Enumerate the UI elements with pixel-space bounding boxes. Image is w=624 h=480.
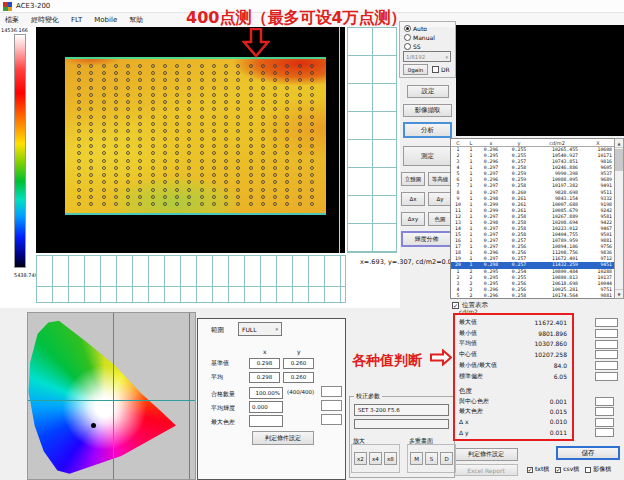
capture-radio-ss[interactable]: SS [404, 42, 452, 51]
tool-button-x[interactable]: Δx [401, 192, 425, 206]
table-header: CLxycd/m2X [451, 139, 623, 147]
table-row[interactable]: 520.2960.25810174.5649881 [451, 293, 623, 297]
tool-button-[interactable]: 色圖 [428, 212, 452, 226]
measure-point [273, 64, 277, 68]
zoom-button-x2[interactable]: x2 [354, 452, 367, 465]
max-colordiff-label: 最大色差 [211, 418, 235, 427]
measure-button[interactable]: 測定 [403, 146, 452, 166]
zoom-button-x4[interactable]: x4 [369, 452, 382, 465]
tool-button-[interactable]: 立體圖 [401, 172, 425, 186]
scroll-down-button[interactable]: ▼ [615, 289, 623, 298]
measure-point [187, 122, 191, 126]
analyze-button[interactable]: 分析 [403, 122, 452, 138]
capture-radio-auto[interactable]: Auto [404, 24, 452, 33]
measure-point [89, 64, 93, 68]
export-check-[interactable]: 影像檔 [585, 465, 611, 474]
scrollbar-thumb[interactable] [615, 149, 623, 171]
measure-point [102, 93, 106, 97]
checkbox-icon[interactable]: ✓ [527, 467, 533, 473]
range-dropdown[interactable]: FULL ▾ [238, 322, 282, 336]
judge-condition-button[interactable]: 判定條件設定 [454, 448, 518, 461]
measure-point [261, 173, 265, 177]
measure-point [126, 122, 130, 126]
stat-row: 最大色差0.015 [459, 406, 567, 416]
measure-point [212, 188, 216, 192]
avg-lum-field[interactable]: 0.000 [249, 401, 283, 413]
dr-checkbox[interactable] [432, 66, 439, 73]
reference-x-field[interactable]: 0.298 [249, 372, 280, 383]
menu-item-3[interactable]: Mobile [94, 16, 117, 24]
luminance-heatmap[interactable] [65, 57, 326, 215]
measurement-image-area[interactable] [36, 27, 345, 253]
measure-point [102, 144, 106, 148]
measure-point [77, 122, 81, 126]
table-scrollbar[interactable]: ▲ ▼ [614, 138, 624, 299]
measure-point [224, 100, 228, 104]
calibration-value-field[interactable]: SET 3-200 F5.6 [354, 404, 449, 416]
measure-point [175, 159, 179, 163]
max-colordiff-field[interactable] [249, 415, 283, 427]
measure-point [126, 144, 130, 148]
shutter-dropdown[interactable]: 1/8192 ▾ [403, 51, 451, 62]
table-header-cell: C [451, 140, 465, 146]
checkbox-icon[interactable] [585, 467, 591, 473]
col-y-header: y [297, 348, 301, 355]
stat-value: 84.0 [554, 362, 567, 369]
position-display-checkbox[interactable]: ✓ [452, 302, 459, 309]
menu-item-1[interactable]: 經時變化 [31, 15, 59, 25]
reference-x-field[interactable]: 0.298 [249, 358, 280, 369]
multiscreen-button-m[interactable]: M [410, 452, 423, 465]
excel-report-button[interactable]: Excel Report [454, 464, 518, 476]
measure-point [200, 122, 204, 126]
tool-button-xy[interactable]: Δxy [401, 212, 425, 226]
zoom-button-x8[interactable]: x8 [384, 452, 397, 465]
capture-radio-manual[interactable]: Manual [404, 33, 452, 42]
measure-point [273, 86, 277, 90]
save-button[interactable]: 儲存 [556, 446, 620, 460]
measure-point [249, 78, 253, 82]
measure-point [187, 78, 191, 82]
tool-button-[interactable]: 等高線 [428, 172, 452, 186]
measure-point [175, 115, 179, 119]
measure-point [151, 129, 155, 133]
measure-point [89, 71, 93, 75]
measure-point [102, 159, 106, 163]
multiscreen-button-d[interactable]: D [440, 452, 453, 465]
checkbox-icon[interactable]: ✓ [555, 467, 561, 473]
measure-point [77, 78, 81, 82]
zero-gain-button[interactable]: 0gain [403, 64, 428, 75]
menu-item-2[interactable]: FLT [71, 16, 82, 24]
measure-point [187, 64, 191, 68]
measure-point [236, 180, 240, 184]
menu-item-0[interactable]: 檔案 [5, 15, 19, 25]
pass-count-field[interactable]: 100.00% [249, 387, 283, 399]
settings-button[interactable]: 設定 [407, 85, 449, 98]
reference-y-field[interactable]: 0.260 [283, 372, 314, 383]
range-judge-condition-button[interactable]: 判定條件設定 [252, 431, 314, 445]
measure-point [261, 151, 265, 155]
image-capture-button[interactable]: 影像擷取 [403, 104, 452, 117]
measure-point [77, 166, 81, 170]
measure-point [89, 173, 93, 177]
measure-point [200, 151, 204, 155]
tool-button-y[interactable]: Δy [428, 192, 452, 206]
menu-item-4[interactable]: 幫助 [129, 15, 143, 25]
dr-checkbox-row[interactable]: DR [432, 66, 450, 73]
scroll-up-button[interactable]: ▲ [615, 139, 623, 148]
multiscreen-button-s[interactable]: S [425, 452, 438, 465]
measure-point [175, 188, 179, 192]
measure-point [273, 100, 277, 104]
export-check-txt[interactable]: ✓txt檔 [527, 465, 549, 474]
measure-point [236, 122, 240, 126]
measure-point [212, 166, 216, 170]
measure-point [249, 137, 253, 141]
measure-point [249, 188, 253, 192]
luminance-distribution-button[interactable]: 輝度分佈 [401, 231, 452, 247]
measure-point [163, 71, 167, 75]
measure-point [77, 93, 81, 97]
calibration-value-field2[interactable] [354, 419, 449, 429]
measure-point [175, 137, 179, 141]
reference-y-field[interactable]: 0.260 [283, 358, 314, 369]
export-check-csv[interactable]: ✓csv檔 [555, 465, 579, 474]
measure-point [151, 93, 155, 97]
